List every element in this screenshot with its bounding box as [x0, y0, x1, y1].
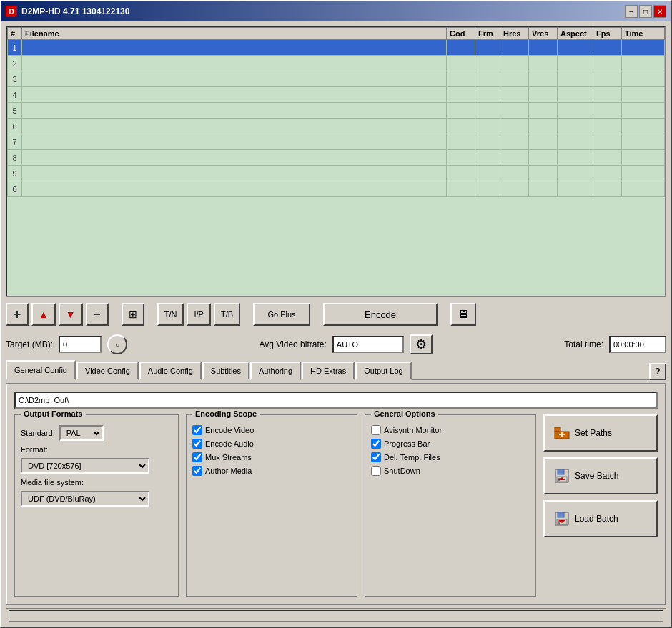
- status-field: [9, 610, 663, 622]
- table-cell: [529, 150, 558, 166]
- encode-audio-checkbox[interactable]: [192, 439, 202, 449]
- table-row[interactable]: 0: [8, 181, 665, 197]
- tab-authoring[interactable]: Authoring: [250, 362, 301, 380]
- del-temp-checkbox[interactable]: [371, 452, 381, 462]
- avisynth-checkbox[interactable]: [371, 425, 381, 435]
- circle-button[interactable]: ○: [107, 334, 127, 354]
- load-batch-icon: [553, 510, 570, 527]
- mux-streams-checkbox[interactable]: [192, 452, 202, 462]
- close-button[interactable]: ✕: [653, 5, 666, 18]
- tab-audio-config[interactable]: Audio Config: [139, 362, 202, 380]
- table-cell: [529, 71, 558, 87]
- qr-button[interactable]: ⚙: [410, 334, 433, 354]
- table-cell: [558, 150, 593, 166]
- status-bar: [6, 608, 666, 622]
- title-bar: D D2MP-HD 4.71 1304122130 − □ ✕: [1, 1, 671, 21]
- row-number: 5: [8, 103, 22, 119]
- target-label: Target (MB):: [6, 339, 53, 349]
- table-row[interactable]: 7: [8, 134, 665, 150]
- target-input[interactable]: [59, 336, 102, 353]
- tab-general-config[interactable]: General Config: [6, 360, 76, 380]
- total-time-input[interactable]: [609, 336, 666, 353]
- table-cell: [447, 119, 475, 134]
- minimize-button[interactable]: −: [625, 5, 638, 18]
- table-cell: [529, 87, 558, 103]
- encode-video-row: Encode Video: [192, 425, 351, 435]
- table-cell: [475, 134, 500, 150]
- mux-streams-label: Mux Streams: [205, 453, 252, 462]
- table-row[interactable]: 3: [8, 71, 665, 87]
- table-cell: [447, 181, 475, 197]
- table-cell: [475, 87, 500, 103]
- output-path-input[interactable]: [14, 392, 658, 409]
- encode-button[interactable]: Encode: [323, 303, 438, 326]
- table-cell: [475, 71, 500, 87]
- table-cell: [593, 103, 622, 119]
- progress-bar-checkbox[interactable]: [371, 439, 381, 449]
- file-table-container: # Filename Cod Frm Hres Vres Aspect Fps …: [6, 26, 666, 297]
- author-media-checkbox[interactable]: [192, 466, 202, 476]
- table-cell: [22, 150, 447, 166]
- table-cell: [622, 103, 665, 119]
- avg-bitrate-input[interactable]: [332, 336, 404, 353]
- load-batch-button[interactable]: Load Batch: [543, 500, 658, 537]
- table-cell: [558, 119, 593, 134]
- tb-button[interactable]: T/B: [214, 303, 240, 326]
- go-plus-button[interactable]: Go Plus: [253, 303, 310, 326]
- table-row[interactable]: 9: [8, 166, 665, 181]
- remove-button[interactable]: −: [86, 303, 109, 326]
- copy-button[interactable]: ⊞: [122, 303, 144, 326]
- standard-select[interactable]: PAL NTSC: [59, 425, 104, 441]
- row-number: 4: [8, 87, 22, 103]
- standard-row: Standard: PAL NTSC: [21, 425, 172, 441]
- tn-button[interactable]: T/N: [157, 303, 184, 326]
- col-header-num: #: [8, 28, 22, 40]
- col-header-hres: Hres: [500, 28, 529, 40]
- table-row[interactable]: 5: [8, 103, 665, 119]
- table-cell: [500, 40, 529, 56]
- save-batch-button[interactable]: Save Batch: [543, 457, 658, 494]
- tab-video-config[interactable]: Video Config: [76, 362, 139, 380]
- move-down-button[interactable]: ▼: [59, 303, 83, 326]
- format-select[interactable]: DVD [720x576] DVD [720x480] BD [1920x108…: [21, 458, 149, 474]
- table-cell: [500, 181, 529, 197]
- tab-subtitles[interactable]: Subtitles: [202, 362, 249, 380]
- tab-panel: Output Formats Standard: PAL NTSC Format…: [6, 383, 666, 605]
- maximize-button[interactable]: □: [639, 5, 652, 18]
- table-cell: [622, 134, 665, 150]
- media-select[interactable]: UDF (DVD/BluRay) ISO9660: [21, 491, 149, 507]
- table-row[interactable]: 6: [8, 119, 665, 134]
- media-label: Media file system:: [21, 478, 84, 487]
- tab-hd-extras-label: HD Extras: [310, 367, 346, 375]
- set-paths-button[interactable]: Set Paths: [543, 414, 658, 452]
- move-up-button[interactable]: ▲: [31, 303, 56, 326]
- add-button[interactable]: +: [6, 303, 29, 326]
- help-button[interactable]: ?: [649, 363, 666, 380]
- table-cell: [593, 181, 622, 197]
- table-cell: [529, 181, 558, 197]
- shutdown-checkbox[interactable]: [371, 466, 381, 476]
- table-row[interactable]: 2: [8, 56, 665, 71]
- ip-button[interactable]: I/P: [187, 303, 210, 326]
- panel-content: Output Formats Standard: PAL NTSC Format…: [14, 414, 658, 597]
- format-label-row: Format:: [21, 445, 172, 454]
- screen-button[interactable]: 🖥: [450, 303, 476, 326]
- table-row[interactable]: 8: [8, 150, 665, 166]
- table-cell: [558, 87, 593, 103]
- window-content: # Filename Cod Frm Hres Vres Aspect Fps …: [1, 21, 671, 627]
- table-cell: [622, 87, 665, 103]
- table-row[interactable]: 1: [8, 40, 665, 56]
- tab-subtitles-label: Subtitles: [211, 367, 241, 375]
- row-number: 2: [8, 56, 22, 71]
- tab-hd-extras[interactable]: HD Extras: [302, 362, 355, 380]
- mux-streams-row: Mux Streams: [192, 452, 351, 462]
- encode-video-checkbox[interactable]: [192, 425, 202, 435]
- output-formats-group: Output Formats Standard: PAL NTSC Format…: [14, 414, 179, 597]
- row-number: 9: [8, 166, 22, 181]
- encode-video-label: Encode Video: [205, 426, 254, 434]
- author-media-label: Author Media: [205, 467, 252, 475]
- table-row[interactable]: 4: [8, 87, 665, 103]
- row-number: 0: [8, 181, 22, 197]
- general-options-inner: Avisynth Monitor Progress Bar Del. Temp.…: [371, 425, 530, 476]
- tab-output-log[interactable]: Output Log: [355, 362, 411, 380]
